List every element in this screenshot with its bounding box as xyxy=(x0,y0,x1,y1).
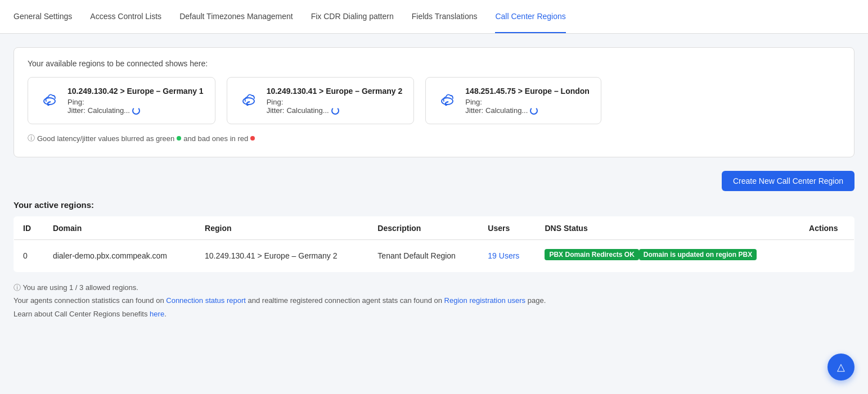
cloud-phone-icon xyxy=(39,89,60,113)
col-header-id: ID xyxy=(14,217,44,240)
cell-id: 0 xyxy=(14,240,44,272)
footer-info-icon: ⓘ xyxy=(14,283,21,292)
nav-item-access-control-lists[interactable]: Access Control Lists xyxy=(90,1,161,33)
region-cards-container: 10.249.130.42 > Europe – Germany 1 Ping:… xyxy=(28,77,840,124)
footer-line3-after: . xyxy=(164,310,167,318)
footer-line2-middle: and realtime registered connection agent… xyxy=(246,296,444,305)
footer-info: ⓘ You are using 1 / 3 allowed regions. Y… xyxy=(14,281,854,320)
create-region-button[interactable]: Create New Call Center Region xyxy=(722,171,854,191)
nav-item-call-center-regions[interactable]: Call Center Regions xyxy=(495,1,565,33)
region-card-2: 148.251.45.75 > Europe – London Ping: Ji… xyxy=(425,77,601,124)
active-regions-table: IDDomainRegionDescriptionUsersDNS Status… xyxy=(14,216,854,272)
footer-line2: Your agents connection statistics can fo… xyxy=(14,294,854,307)
legend: ⓘ Good latency/jitter values blurred as … xyxy=(28,133,840,143)
region-card-name-0: 10.249.130.42 > Europe – Germany 1 xyxy=(68,87,204,96)
main-content: Your available regions to be connected s… xyxy=(0,34,868,334)
region-card-info-2: 148.251.45.75 > Europe – London Ping: Ji… xyxy=(465,87,590,115)
cell-dns-status: PBX Domain Redirects OKDomain is updated… xyxy=(536,240,800,272)
region-card-info-1: 10.249.130.41 > Europe – Germany 2 Ping:… xyxy=(267,87,403,115)
cell-description: Tenant Default Region xyxy=(368,240,479,272)
region-card-jitter-1: Jitter: Calculating... xyxy=(267,106,403,115)
region-card-info-0: 10.249.130.42 > Europe – Germany 1 Ping:… xyxy=(68,87,204,115)
dot-red-icon xyxy=(250,136,255,141)
cell-users: 19 Users xyxy=(479,240,536,272)
footer-usage-text: You are using 1 / 3 allowed regions. xyxy=(23,283,138,292)
connection-status-link[interactable]: Connection status report xyxy=(166,296,246,305)
spinner-icon-0 xyxy=(132,107,140,115)
legend-text-before: Good latency/jitter values blurred as gr… xyxy=(37,134,174,143)
nav-item-default-timezones-management[interactable]: Default Timezones Management xyxy=(179,1,293,33)
users-link[interactable]: 19 Users xyxy=(488,251,519,260)
region-card-jitter-2: Jitter: Calculating... xyxy=(465,106,590,115)
region-card-name-2: 148.251.45.75 > Europe – London xyxy=(465,87,590,96)
cloud-phone-icon xyxy=(437,89,457,113)
nav-item-general-settings[interactable]: General Settings xyxy=(14,1,72,33)
spinner-icon-1 xyxy=(331,107,339,115)
table-row: 0dialer-demo.pbx.commpeak.com10.249.130.… xyxy=(14,240,854,272)
nav-item-fix-cdr-dialing-pattern[interactable]: Fix CDR Dialing pattern xyxy=(311,1,394,33)
cloud-phone-icon xyxy=(239,89,259,113)
nav-item-fields-translations[interactable]: Fields Translations xyxy=(412,1,478,33)
dot-green-icon xyxy=(177,136,181,141)
col-header-users: Users xyxy=(479,217,536,240)
spinner-icon-2 xyxy=(530,107,538,115)
region-card-0: 10.249.130.42 > Europe – Germany 1 Ping:… xyxy=(28,77,215,124)
available-regions-box: Your available regions to be connected s… xyxy=(14,47,854,157)
col-header-actions: Actions xyxy=(800,217,854,240)
region-registration-link[interactable]: Region registration users xyxy=(444,296,526,305)
footer-line3-before: Learn about Call Center Regions benefits xyxy=(14,310,150,318)
footer-usage: ⓘ You are using 1 / 3 allowed regions. xyxy=(14,281,854,294)
regions-box-title: Your available regions to be connected s… xyxy=(28,59,840,68)
cell-region: 10.249.130.41 > Europe – Germany 2 xyxy=(196,240,368,272)
footer-line2-after: page. xyxy=(525,296,546,305)
legend-text-middle: and bad ones in red xyxy=(183,134,248,143)
region-card-name-1: 10.249.130.41 > Europe – Germany 2 xyxy=(267,87,403,96)
table-header-row: IDDomainRegionDescriptionUsersDNS Status… xyxy=(14,217,854,240)
footer-line2-before: Your agents connection statistics can fo… xyxy=(14,296,166,305)
region-card-1: 10.249.130.41 > Europe – Germany 2 Ping:… xyxy=(227,77,415,124)
cell-domain: dialer-demo.pbx.commpeak.com xyxy=(44,240,196,272)
actions-row: Create New Call Center Region xyxy=(14,171,854,191)
top-navigation: General SettingsAccess Control ListsDefa… xyxy=(0,0,868,34)
table-header: IDDomainRegionDescriptionUsersDNS Status… xyxy=(14,217,854,240)
cell-actions xyxy=(800,240,854,272)
region-card-ping-0: Ping: xyxy=(68,98,204,106)
region-card-ping-2: Ping: xyxy=(465,98,590,106)
info-icon: ⓘ xyxy=(28,133,35,143)
col-header-region: Region xyxy=(196,217,368,240)
col-header-dns-status: DNS Status xyxy=(536,217,800,240)
col-header-domain: Domain xyxy=(44,217,196,240)
region-card-jitter-0: Jitter: Calculating... xyxy=(68,106,204,115)
table-body: 0dialer-demo.pbx.commpeak.com10.249.130.… xyxy=(14,240,854,272)
here-link[interactable]: here xyxy=(150,310,164,318)
col-header-description: Description xyxy=(368,217,479,240)
active-regions-title: Your active regions: xyxy=(14,200,854,210)
dns-badge: Domain is updated on region PBX xyxy=(639,249,757,260)
region-card-ping-1: Ping: xyxy=(267,98,403,106)
footer-line3: Learn about Call Center Regions benefits… xyxy=(14,307,854,320)
dns-badge: PBX Domain Redirects OK xyxy=(545,249,638,260)
